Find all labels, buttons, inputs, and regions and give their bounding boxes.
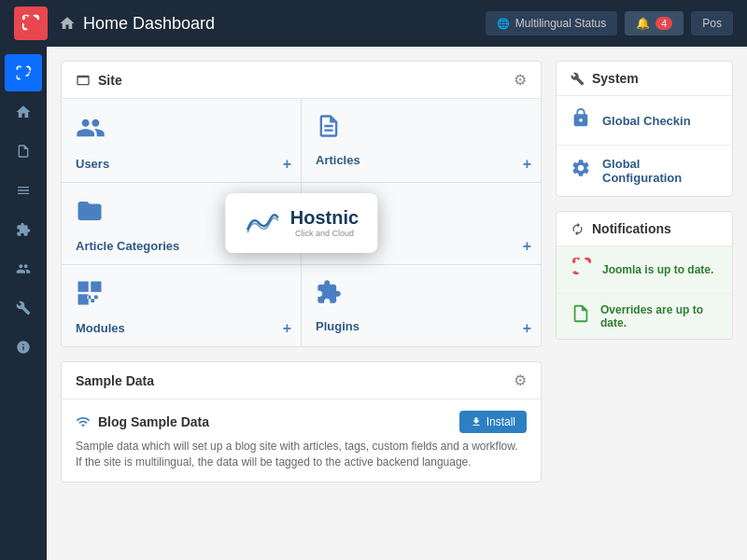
tile-media-label: Media (316, 239, 350, 253)
tile-articles-label: Articles (316, 153, 360, 167)
blog-sample-title: Blog Sample Data (76, 414, 209, 429)
joomla-logo (14, 7, 48, 40)
tile-article-categories[interactable]: Article Categories + (62, 183, 301, 264)
site-panel: Site ⚙ Users + (61, 61, 542, 347)
global-checkin-label: Global Checkin (602, 114, 691, 128)
left-column: Site ⚙ Users + (61, 61, 542, 546)
system-panel-header: System (557, 62, 732, 96)
lock-icon (571, 107, 591, 133)
topbar-actions: 🌐 Multilingual Status 🔔 4 Pos (486, 11, 733, 35)
tile-categories-label: Article Categories (76, 239, 179, 253)
notifications-panel: Notifications Joomla is up to date. (556, 211, 733, 340)
install-button[interactable]: Install (459, 411, 527, 433)
tile-users-add[interactable]: + (283, 156, 291, 173)
joomla-update-notification: Joomla is up to date. (557, 246, 732, 294)
plugins-icon (316, 279, 342, 312)
tile-categories-add[interactable]: + (283, 238, 291, 255)
main-layout: Site ⚙ Users + (0, 47, 747, 560)
sidebar-item-home[interactable] (5, 93, 42, 131)
sample-data-item: Blog Sample Data Install Sample data whi… (62, 399, 541, 482)
media-icon (316, 197, 344, 231)
site-tiles-grid: Users + Articles + (62, 99, 541, 346)
sample-data-header: Sample Data ⚙ (62, 362, 541, 399)
global-configuration-tile[interactable]: Global Configuration (557, 146, 732, 196)
site-panel-settings-button[interactable]: ⚙ (514, 71, 527, 89)
sidebar (0, 47, 47, 560)
modules-icon (76, 279, 104, 314)
tile-users-label: Users (76, 157, 109, 171)
sidebar-item-tools[interactable] (5, 289, 42, 327)
overrides-update-text: Overrides are up to date. (600, 303, 718, 329)
sample-data-title: Sample Data (76, 373, 154, 388)
blog-sample-description: Sample data which will set up a blog sit… (76, 439, 527, 470)
system-panel: System Global Checkin Global Configurati… (556, 61, 733, 197)
tile-modules-label: Modules (76, 321, 125, 335)
global-configuration-label: Global Configuration (602, 157, 718, 185)
right-column: System Global Checkin Global Configurati… (556, 61, 733, 546)
notifications-panel-title: Notifications (592, 221, 671, 236)
tile-plugins[interactable]: Plugins + (302, 265, 541, 346)
notifications-panel-header: Notifications (557, 212, 732, 246)
sample-item-header: Blog Sample Data Install (76, 411, 527, 433)
sidebar-item-list[interactable] (5, 172, 42, 209)
users-icon (76, 113, 106, 149)
topbar: Home Dashboard 🌐 Multilingual Status 🔔 4… (0, 0, 747, 47)
sidebar-item-extensions[interactable] (5, 211, 42, 248)
tile-modules-add[interactable]: + (283, 320, 291, 337)
tile-articles[interactable]: Articles + (302, 99, 541, 182)
tile-users[interactable]: Users + (62, 99, 301, 182)
articles-icon (316, 113, 342, 146)
site-panel-title: Site (98, 73, 122, 88)
system-panel-title: System (592, 71, 639, 86)
notifications-button[interactable]: 🔔 4 (625, 11, 684, 35)
joomla-update-text: Joomla is up to date. (602, 263, 713, 276)
overrides-notif-icon (571, 303, 591, 329)
tile-modules[interactable]: Modules + (62, 265, 301, 346)
tile-media[interactable]: Media + (302, 183, 541, 264)
global-checkin-tile[interactable]: Global Checkin (557, 96, 732, 146)
tile-plugins-label: Plugins (316, 319, 359, 333)
overrides-update-notification: Overrides are up to date. (557, 294, 732, 339)
page-title: Home Dashboard (59, 14, 215, 34)
sidebar-item-users[interactable] (5, 250, 42, 287)
tile-articles-add[interactable]: + (523, 156, 531, 173)
tile-plugins-add[interactable]: + (523, 320, 531, 337)
site-tiles-wrapper: Users + Articles + (62, 99, 541, 346)
categories-icon (76, 197, 104, 231)
sidebar-item-joomla[interactable] (5, 54, 42, 91)
tile-media-add[interactable]: + (523, 238, 531, 255)
sample-data-settings-button[interactable]: ⚙ (514, 371, 527, 389)
multilingual-status-button[interactable]: 🌐 Multilingual Status (486, 11, 617, 35)
notifications-badge: 4 (655, 17, 672, 30)
pos-button[interactable]: Pos (691, 11, 733, 35)
sidebar-item-info[interactable] (5, 329, 42, 366)
joomla-notif-icon (571, 256, 593, 284)
gear-icon (571, 158, 591, 184)
sample-data-panel: Sample Data ⚙ Blog Sample Data Install (61, 361, 542, 483)
site-panel-header: Site ⚙ (62, 62, 541, 99)
content-area: Site ⚙ Users + (47, 47, 747, 560)
sidebar-item-articles[interactable] (5, 133, 42, 170)
